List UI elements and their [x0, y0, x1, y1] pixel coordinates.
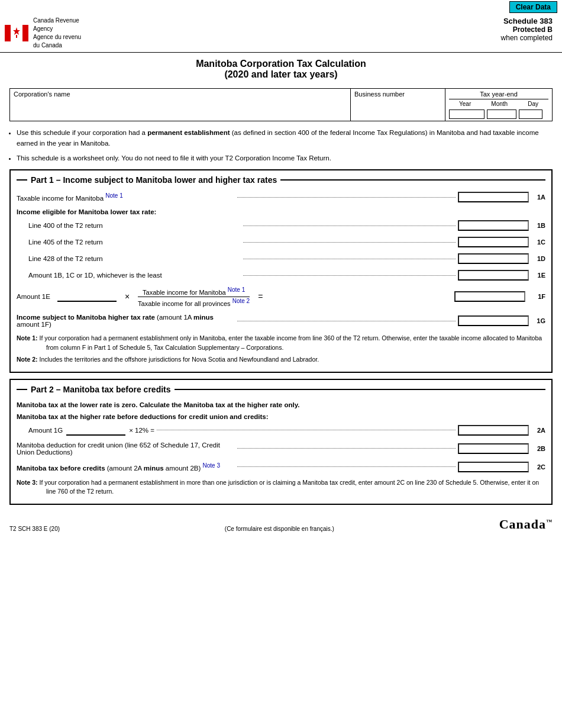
dots-1c [243, 242, 456, 243]
higher-rate-title: Manitoba tax at the higher rate before d… [17, 413, 545, 420]
note2-text: Includes the territories and the offshor… [40, 356, 319, 363]
protected-sub: when completed [501, 34, 553, 42]
code-1d: 1D [531, 255, 545, 262]
input-1e[interactable] [458, 270, 529, 281]
amount-1g-label: Amount 1G [28, 427, 63, 434]
business-num-input[interactable] [354, 106, 441, 113]
multiply-pct: × 12% = [129, 427, 154, 434]
business-num-label: Business number [354, 91, 441, 98]
line-1a: Taxable income for Manitoba Note 1 1A [17, 192, 545, 202]
month-label: Month [491, 101, 508, 107]
logo-area: Canada Revenue Agency Agence du revenu d… [5, 17, 81, 50]
part1-title: Part 1 – Income subject to Manitoba lowe… [17, 175, 545, 185]
input-2c[interactable] [458, 462, 529, 472]
code-1c: 1C [531, 239, 545, 246]
fraction-group: Taxable income for Manitoba Note 1 Taxab… [138, 286, 250, 307]
fraction-top-note: Note 1 [228, 286, 245, 293]
footer: T2 SCH 383 E (20) (Ce formulaire est dis… [9, 517, 553, 532]
input-1d[interactable] [458, 253, 529, 264]
income-eligible-title: Income eligible for Manitoba lower tax r… [17, 208, 545, 215]
day-label: Day [528, 101, 538, 107]
line-1g: Income subject to Manitoba higher tax ra… [17, 314, 545, 328]
dots-2b [237, 448, 456, 449]
line-1g-rest2: amount 1F) [17, 321, 51, 328]
line-1d-label: Line 428 of the T2 return [28, 255, 241, 262]
instr-bullet2: This schedule is a worksheet only. You d… [17, 154, 331, 162]
business-num-cell: Business number [351, 89, 445, 121]
clear-data-button[interactable]: Clear Data [509, 1, 557, 13]
line-1g-minus: minus [193, 314, 214, 321]
protected-b-label: Protected B [513, 25, 553, 34]
line-1a-label: Taxable income for Manitoba [17, 195, 104, 202]
line-1g-rest: (amount 1A [157, 314, 193, 321]
code-1g: 1G [531, 317, 545, 324]
line-1c: Line 405 of the T2 return 1C [28, 237, 545, 247]
line-2b: Manitoba deduction for credit union (lin… [17, 442, 545, 456]
canada-flag-icon [5, 25, 28, 41]
multiply-sign-1f: × [125, 292, 130, 301]
part2-title: Part 2 – Manitoba tax before credits [17, 385, 545, 394]
corp-name-cell: Corporation's name [10, 89, 351, 121]
line-2c-bold: Manitoba tax before credits [17, 465, 105, 472]
input-1c[interactable] [458, 237, 529, 247]
line-2c-note: Note 3 [203, 462, 220, 469]
dots-2c [237, 466, 456, 467]
line-1g-bold: Income subject to Manitoba higher tax ra… [17, 314, 155, 321]
part2-notes: Note 3: If your corporation had a perman… [17, 478, 545, 497]
agency-text: Canada Revenue Agency Agence du revenu d… [33, 17, 81, 50]
line-1c-label: Line 405 of the T2 return [28, 239, 241, 246]
french-note: (Ce formulaire est disponible en françai… [225, 526, 334, 532]
year-label: Year [459, 101, 471, 107]
line-1a-note: Note 1 [105, 192, 122, 199]
code-1e: 1E [531, 272, 545, 279]
svg-rect-4 [16, 35, 17, 38]
month-input[interactable] [487, 109, 516, 119]
note2-label: Note 2: [17, 356, 38, 363]
input-1b[interactable] [458, 220, 529, 231]
input-2b[interactable] [458, 443, 529, 454]
note3-label: Note 3: [17, 479, 38, 486]
year-input[interactable] [449, 109, 485, 119]
part2-section: Part 2 – Manitoba tax before credits Man… [9, 379, 553, 505]
input-2a-1g[interactable] [66, 425, 125, 436]
instr-bullet1-start: Use this schedule if your corporation ha… [17, 129, 147, 136]
svg-rect-2 [22, 25, 28, 41]
instructions: Use this schedule if your corporation ha… [9, 127, 553, 163]
schedule-number: Schedule 383 [501, 17, 553, 25]
part1-section: Part 1 – Income subject to Manitoba lowe… [9, 169, 553, 373]
line-1b-label: Line 400 of the T2 return [28, 222, 241, 229]
line-2b-label: Manitoba deduction for credit union (lin… [17, 442, 235, 456]
form-code: T2 SCH 383 E (20) [9, 526, 60, 532]
input-1g[interactable] [458, 315, 529, 326]
code-2a: 2A [531, 427, 545, 434]
amount-1e-label: Amount 1E [17, 293, 50, 300]
line-1d: Line 428 of the T2 return 1D [28, 253, 545, 264]
dots-1g [237, 321, 456, 321]
line-2c-rest: (amount 2A [107, 465, 144, 472]
svg-rect-0 [5, 25, 11, 41]
line-1e-label: Amount 1B, 1C or 1D, whichever is the le… [28, 272, 241, 279]
lower-rate-notice: Manitoba tax at the lower rate is zero. … [17, 401, 545, 408]
form-title: Manitoba Corporation Tax Calculation (20… [0, 53, 562, 83]
fraction-top-label: Taxable income for Manitoba [143, 289, 226, 296]
dots-1d [243, 259, 456, 259]
dots-1e [243, 275, 456, 276]
line-2c-minus: minus [144, 465, 164, 472]
dots-1a [237, 197, 456, 198]
line-2c-rest2: amount 2B) [166, 465, 201, 472]
instr-bullet1-bold: permanent establishment [147, 129, 230, 136]
line-2a: Amount 1G × 12% = 2A [28, 425, 545, 436]
fraction-bottom-note: Note 2 [232, 298, 250, 304]
note1-text: If your corporation had a permanent esta… [40, 334, 542, 351]
line-1b: Line 400 of the T2 return 1B [28, 220, 545, 231]
corp-info-row: Corporation's name Business number Tax y… [9, 88, 553, 121]
dots-2a [157, 430, 456, 430]
line-1e: Amount 1B, 1C or 1D, whichever is the le… [28, 270, 545, 281]
corp-name-input[interactable] [14, 106, 347, 113]
input-1f[interactable] [454, 291, 525, 302]
input-1a[interactable] [458, 192, 529, 202]
tax-year-header: Tax year-end [449, 91, 548, 99]
input-2a[interactable] [458, 425, 529, 436]
input-1e-fraction[interactable] [57, 291, 117, 302]
day-input[interactable] [519, 109, 542, 119]
